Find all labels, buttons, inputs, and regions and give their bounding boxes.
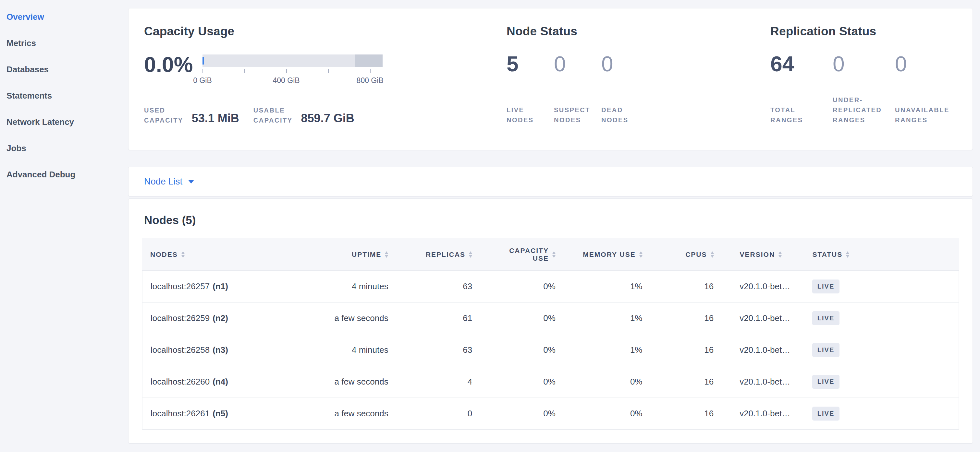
table-row[interactable]: localhost:26259 (n2) a few seconds 61 0%… [142, 303, 959, 334]
sidebar-item-metrics[interactable]: Metrics [6, 30, 128, 56]
table-row[interactable]: localhost:26260 (n4) a few seconds 4 0% … [142, 366, 959, 398]
under-replicated-ranges-value: 0 [833, 53, 895, 75]
cell-cpus: 16 [654, 398, 725, 429]
cell-replicas: 4 [400, 366, 484, 398]
cell-version: v20.1.0-bet… [725, 366, 798, 398]
dead-nodes-value: 0 [601, 53, 649, 75]
unavailable-ranges-label: UNAVAILABLE RANGES [895, 105, 957, 125]
cell-cpus: 16 [654, 271, 725, 302]
sort-icon [846, 251, 849, 258]
sort-icon [469, 251, 472, 258]
cell-memory-use: 1% [567, 303, 654, 334]
node-list-bar: Node List [128, 167, 973, 197]
node-id: (n4) [213, 377, 228, 387]
suspect-nodes-value: 0 [554, 53, 601, 75]
under-replicated-ranges-label: UNDER- REPLICATED RANGES [833, 95, 895, 125]
dead-nodes-metric: 0 DEAD NODES [601, 53, 649, 125]
cell-capacity-use: 0% [484, 366, 567, 398]
sort-icon [778, 251, 782, 258]
node-address: localhost:26257 [151, 281, 210, 292]
usable-capacity-value: 859.7 GiB [301, 113, 354, 124]
cell-version: v20.1.0-bet… [725, 271, 798, 302]
node-address: localhost:26260 [151, 377, 210, 387]
node-list-dropdown-label: Node List [144, 176, 182, 187]
cell-node: localhost:26260 (n4) [142, 366, 317, 398]
column-header-status[interactable]: STATUS [798, 238, 959, 270]
table-row[interactable]: localhost:26261 (n5) a few seconds 0 0% … [142, 398, 959, 430]
sort-icon [181, 251, 185, 258]
total-ranges-metric: 64 TOTAL RANGES [770, 53, 833, 125]
sidebar-item-overview[interactable]: Overview [6, 4, 128, 30]
chevron-down-icon [188, 180, 194, 184]
cell-replicas: 61 [400, 303, 484, 334]
cell-memory-use: 1% [567, 334, 654, 366]
sort-icon [552, 251, 555, 258]
sidebar: Overview Metrics Databases Statements Ne… [0, 0, 128, 452]
gauge-tick-label-0: 0 GiB [193, 76, 212, 85]
live-nodes-label: LIVE NODES [507, 105, 554, 125]
sidebar-item-statements[interactable]: Statements [6, 83, 128, 109]
cell-capacity-use: 0% [484, 303, 567, 334]
cell-status: LIVE [798, 334, 959, 366]
status-badge: LIVE [812, 375, 840, 389]
node-address: localhost:26259 [151, 313, 210, 323]
total-ranges-label: TOTAL RANGES [770, 105, 833, 125]
status-badge: LIVE [812, 279, 840, 293]
capacity-gauge-ticks [202, 69, 383, 74]
node-id: (n5) [213, 409, 228, 419]
cell-memory-use: 1% [567, 271, 654, 302]
node-id: (n3) [213, 345, 228, 355]
total-ranges-value: 64 [770, 53, 833, 75]
cell-capacity-use: 0% [484, 398, 567, 429]
cell-uptime: 4 minutes [317, 334, 400, 366]
node-list-dropdown[interactable]: Node List [144, 176, 194, 187]
sidebar-item-advanced-debug[interactable]: Advanced Debug [6, 162, 128, 188]
node-id: (n2) [213, 313, 228, 323]
live-nodes-value: 5 [507, 53, 554, 75]
cell-memory-use: 0% [567, 366, 654, 398]
cell-status: LIVE [798, 303, 959, 334]
cell-uptime: a few seconds [317, 366, 400, 398]
cell-status: LIVE [798, 271, 959, 302]
sidebar-item-jobs[interactable]: Jobs [6, 135, 128, 162]
used-capacity-value: 53.1 MiB [192, 113, 239, 124]
capacity-used-percent: 0.0% [144, 54, 202, 75]
cell-cpus: 16 [654, 366, 725, 398]
capacity-usage-section: Capacity Usage 0.0% [144, 25, 383, 125]
node-address: localhost:26258 [151, 345, 210, 355]
column-header-memory-use[interactable]: MEMORY USE [567, 238, 654, 270]
status-badge: LIVE [812, 343, 840, 357]
status-badge: LIVE [812, 407, 840, 420]
column-header-cpus[interactable]: CPUS [654, 238, 725, 270]
sort-icon [385, 251, 388, 258]
column-header-capacity-use[interactable]: CAPACITY USE [484, 238, 567, 270]
nodes-table: NODES UPTIME REPLICAS CAPACITY USE MEMOR… [142, 238, 959, 430]
cell-version: v20.1.0-bet… [725, 398, 798, 429]
cell-replicas: 63 [400, 334, 484, 366]
node-address: localhost:26261 [151, 409, 210, 419]
cell-version: v20.1.0-bet… [725, 303, 798, 334]
column-header-nodes[interactable]: NODES [142, 238, 317, 270]
cell-cpus: 16 [654, 334, 725, 366]
column-header-replicas[interactable]: REPLICAS [400, 238, 484, 270]
cell-capacity-use: 0% [484, 334, 567, 366]
table-row[interactable]: localhost:26257 (n1) 4 minutes 63 0% 1% … [142, 271, 959, 303]
main-content: Capacity Usage 0.0% [128, 8, 973, 444]
nodes-table-card: Nodes (5) NODES UPTIME REPLICAS CAPACITY… [128, 198, 973, 444]
replication-status-section: Replication Status 64 TOTAL RANGES 0 UND… [770, 25, 957, 125]
capacity-gauge: 0 GiB 400 GiB 800 GiB [202, 54, 383, 85]
cell-status: LIVE [798, 366, 959, 398]
table-row[interactable]: localhost:26258 (n3) 4 minutes 63 0% 1% … [142, 334, 959, 366]
sidebar-item-databases[interactable]: Databases [6, 56, 128, 83]
cell-cpus: 16 [654, 303, 725, 334]
cell-memory-use: 0% [567, 398, 654, 429]
node-status-title: Node Status [507, 25, 649, 38]
sidebar-item-network-latency[interactable]: Network Latency [6, 109, 128, 135]
column-header-uptime[interactable]: UPTIME [317, 238, 400, 270]
dead-nodes-label: DEAD NODES [601, 105, 649, 125]
column-header-version[interactable]: VERSION [725, 238, 798, 270]
replication-status-title: Replication Status [770, 25, 957, 38]
cell-uptime: a few seconds [317, 303, 400, 334]
status-badge: LIVE [812, 311, 840, 325]
nodes-table-header: NODES UPTIME REPLICAS CAPACITY USE MEMOR… [142, 238, 959, 271]
